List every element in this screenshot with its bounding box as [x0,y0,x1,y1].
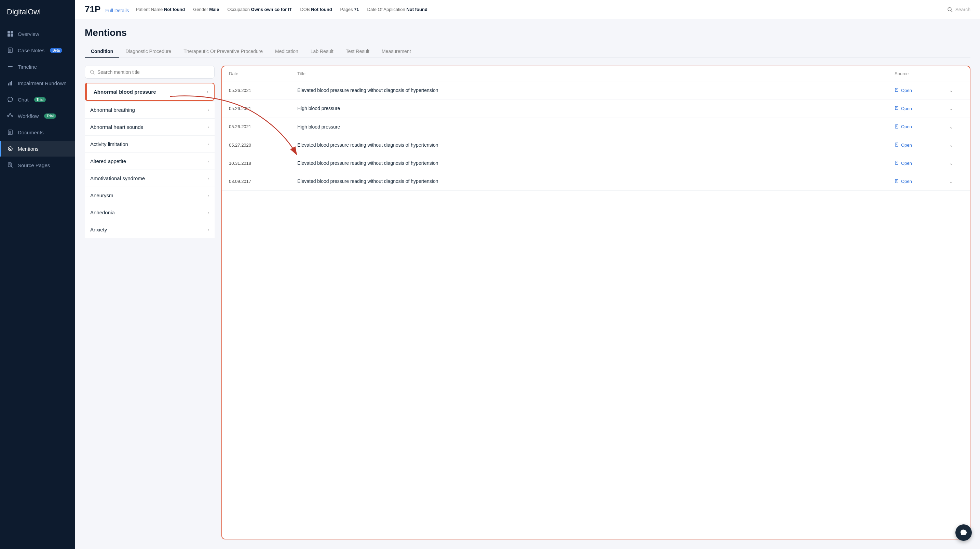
detail-title: High blood pressure [297,123,894,130]
sidebar-nav: Overview Case Notes Beta Timeline Impair… [0,26,75,549]
svg-point-24 [8,147,12,151]
dropdown-icon[interactable]: ⌄ [949,88,963,93]
condition-item-aneurysm[interactable]: Aneurysm › [85,187,215,204]
condition-item-abnormal-heart-sounds[interactable]: Abnormal heart sounds › [85,119,215,136]
svg-line-33 [93,73,95,75]
timeline-icon [7,63,14,70]
detail-row: 05.27.2020 Elevated blood pressure readi… [222,136,970,154]
sidebar-item-label: Source Pages [18,162,50,168]
badge-beta: Beta [50,48,62,53]
tab-condition[interactable]: Condition [85,45,119,58]
col-source: Source [894,71,949,76]
condition-label: Anxiety [90,227,107,233]
full-details-link[interactable]: Full Details [105,8,129,13]
chat-fab-button[interactable] [955,524,972,541]
svg-point-15 [8,115,9,117]
tab-test-result[interactable]: Test Result [340,45,375,58]
page-title: Mentions [85,27,970,38]
logo: DigitalOwl [0,0,75,26]
condition-label: Altered appetite [90,158,126,164]
svg-rect-13 [10,82,11,85]
sidebar-item-documents[interactable]: Documents [0,124,75,140]
dropdown-icon[interactable]: ⌄ [949,142,963,148]
sidebar-item-label: Chat [18,97,29,102]
detail-title: Elevated blood pressure reading without … [297,142,894,148]
chevron-right-icon: › [208,159,209,164]
condition-item-anxiety[interactable]: Anxiety › [85,221,215,238]
header-search[interactable]: Search [947,7,970,12]
sidebar-item-overview[interactable]: Overview [0,26,75,42]
detail-title: Elevated blood pressure reading without … [297,87,894,94]
tab-measurement[interactable]: Measurement [375,45,417,58]
sidebar-item-label: Mentions [18,146,38,152]
mention-search-input[interactable] [97,69,210,75]
detail-row: 08.09.2017 Elevated blood pressure readi… [222,172,970,190]
tab-diagnostic[interactable]: Diagnostic Procedure [119,45,177,58]
chevron-right-icon: › [208,124,209,129]
svg-point-11 [11,66,12,67]
details-panel: Date Title Source 05.26.2021 Elevated bl… [221,65,970,539]
tab-medication[interactable]: Medication [269,45,304,58]
mentions-icon [7,145,14,152]
details-rows: 05.26.2021 Elevated blood pressure readi… [222,81,970,539]
detail-row: 10.31.2018 Elevated blood pressure readi… [222,154,970,172]
sidebar-item-source-pages[interactable]: Source Pages [0,157,75,173]
sidebar-item-mentions[interactable]: Mentions [0,141,75,156]
svg-rect-0 [8,31,10,34]
main-content: 71P Full Details Patient Name Not foundG… [75,0,980,549]
open-link[interactable]: Open [894,179,949,184]
content-area: Mentions ConditionDiagnostic ProcedureTh… [75,19,980,549]
svg-rect-14 [11,81,12,85]
detail-row: 05.26.2021 Elevated blood pressure readi… [222,81,970,99]
sidebar-item-label: Workflow [18,113,38,119]
logo-part2: Owl [28,8,41,16]
svg-line-18 [9,115,10,115]
tab-therapeutic[interactable]: Therapeutic Or Preventive Procedure [177,45,269,58]
two-column-layout: Abnormal blood pressure › Abnormal breat… [85,65,970,539]
dropdown-icon[interactable]: ⌄ [949,105,963,111]
condition-label: Amotivational syndrome [90,176,145,181]
tab-lab-result[interactable]: Lab Result [304,45,340,58]
dropdown-icon[interactable]: ⌄ [949,179,963,184]
file-icon [894,106,899,111]
sidebar-item-chat[interactable]: Chat Trial [0,92,75,107]
chat-icon [7,96,14,103]
dropdown-icon[interactable]: ⌄ [949,160,963,166]
detail-row: 05.26.2021 High blood pressure Open ⌄ [222,99,970,118]
details-header: Date Title Source [222,66,970,81]
open-link[interactable]: Open [894,106,949,111]
mention-search-box[interactable] [85,65,215,79]
condition-item-altered-appetite[interactable]: Altered appetite › [85,153,215,170]
sidebar-item-label: Overview [18,31,39,37]
badge-trial: Trial [44,113,56,119]
col-title: Title [297,71,894,76]
open-link[interactable]: Open [894,142,949,148]
condition-item-anhedonia[interactable]: Anhedonia › [85,204,215,221]
workflow-icon [7,112,14,119]
sidebar-item-timeline[interactable]: Timeline [0,59,75,75]
open-link[interactable]: Open [894,124,949,129]
chevron-right-icon: › [208,176,209,181]
condition-item-abnormal-breathing[interactable]: Abnormal breathing › [85,102,215,119]
search-icon [947,7,953,12]
chevron-right-icon: › [208,107,209,112]
condition-label: Abnormal heart sounds [90,124,143,130]
sidebar-item-impairment-rundown[interactable]: Impairment Rundown [0,75,75,91]
condition-item-abnormal-blood-pressure[interactable]: Abnormal blood pressure › [85,83,215,101]
top-header: 71P Full Details Patient Name Not foundG… [75,0,980,19]
dropdown-icon[interactable]: ⌄ [949,124,963,129]
source-icon [7,162,14,169]
svg-point-9 [8,66,10,67]
file-icon [894,142,899,147]
notes-icon [7,47,14,54]
sidebar-item-label: Timeline [18,64,37,70]
mention-search-icon [90,70,95,75]
detail-date: 05.26.2021 [229,106,297,111]
chevron-right-icon: › [208,193,209,198]
sidebar-item-case-notes[interactable]: Case Notes Beta [0,42,75,58]
condition-item-activity-limitation[interactable]: Activity limitation › [85,136,215,153]
open-link[interactable]: Open [894,88,949,93]
open-link[interactable]: Open [894,161,949,166]
sidebar-item-workflow[interactable]: Workflow Trial [0,108,75,124]
condition-item-amotivational-syndrome[interactable]: Amotivational syndrome › [85,170,215,187]
